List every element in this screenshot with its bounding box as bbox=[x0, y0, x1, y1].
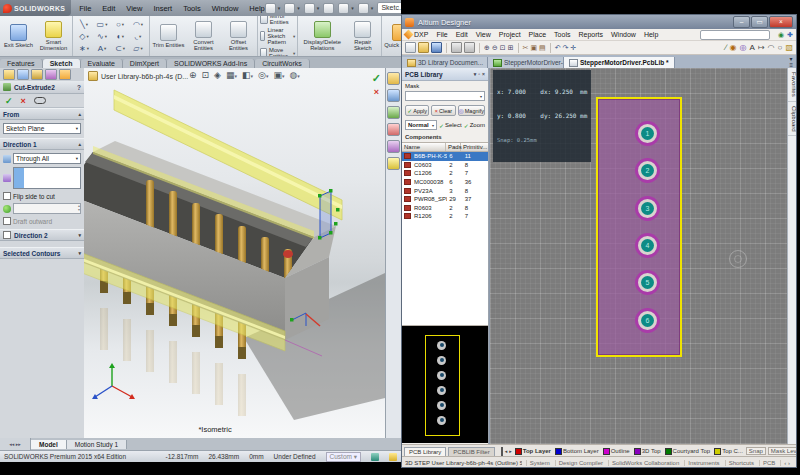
redo-icon[interactable]: ↷ bbox=[563, 44, 569, 52]
cancel-sketch-icon[interactable]: × bbox=[374, 87, 379, 97]
component-row[interactable]: B6B-PH-K-S 6 11 bbox=[402, 152, 488, 161]
resources-icon[interactable] bbox=[387, 72, 400, 85]
view-orientation-icon[interactable]: ◧▾ bbox=[242, 70, 253, 80]
doc-tab-3d-library[interactable]: 3D Library Documen... bbox=[402, 57, 488, 68]
tab-evaluate[interactable]: Evaluate bbox=[81, 59, 123, 68]
save-icon[interactable] bbox=[431, 42, 442, 53]
sw-search-input[interactable]: Sketc... bbox=[377, 2, 401, 14]
draft-outward-checkbox[interactable] bbox=[3, 217, 11, 225]
tab-solidworks-addins[interactable]: SOLIDWORKS Add-Ins bbox=[167, 59, 255, 68]
reverse-direction-icon[interactable] bbox=[3, 155, 11, 163]
circle-tool[interactable]: ○▾ bbox=[111, 18, 129, 30]
dimension-tool-icon[interactable]: ↦ bbox=[758, 43, 765, 52]
sw-menu-insert[interactable]: Insert bbox=[153, 4, 172, 13]
draft-icon[interactable] bbox=[3, 205, 11, 213]
mask-level-button[interactable]: Mask Level bbox=[768, 447, 796, 455]
sw-menu-file[interactable]: File bbox=[79, 4, 91, 13]
layer-courtyard-top[interactable]: Courtyard Top bbox=[664, 448, 712, 455]
component-row[interactable]: C1206 2 7 bbox=[402, 169, 488, 178]
appearances-icon[interactable] bbox=[387, 140, 400, 153]
convert-entities-button[interactable]: Convert Entities bbox=[187, 21, 220, 51]
restore-button[interactable]: ▭ bbox=[751, 16, 768, 28]
zoom-area-icon[interactable]: ⊡ bbox=[500, 44, 506, 52]
menu-place[interactable]: Place bbox=[529, 31, 547, 38]
pad[interactable]: 6 bbox=[635, 308, 660, 333]
pad[interactable]: 3 bbox=[635, 196, 660, 221]
clear-button[interactable]: ×Clear bbox=[431, 105, 455, 116]
direction2-checkbox[interactable] bbox=[3, 231, 11, 239]
sketch-edit-icon[interactable] bbox=[389, 453, 397, 461]
slot-tool[interactable]: ⊂▾ bbox=[111, 42, 129, 54]
menu-dxp[interactable]: DXP bbox=[405, 31, 428, 38]
shortcuts-button[interactable]: Shortcuts bbox=[725, 460, 757, 466]
doc-tab-pcblib[interactable]: StepperMotorDriver.PcbLib * bbox=[564, 57, 675, 68]
pcb-button[interactable]: PCB bbox=[759, 460, 778, 466]
design-library-icon[interactable] bbox=[387, 89, 400, 102]
direction-reference-box[interactable] bbox=[13, 167, 81, 189]
paste-icon[interactable]: ▤ bbox=[539, 44, 546, 52]
pm-tab-displaymanager[interactable] bbox=[59, 69, 71, 80]
layer-scroll-left[interactable]: ◂ bbox=[505, 448, 508, 454]
section-selected-contours[interactable]: Selected Contours ▾ bbox=[0, 247, 84, 259]
arc-tool-icon[interactable]: ◠ bbox=[768, 43, 775, 52]
zoom-fit-icon[interactable]: ⊞ bbox=[508, 44, 514, 52]
sw-menu-view[interactable]: View bbox=[126, 4, 142, 13]
preview-icon[interactable] bbox=[464, 42, 475, 53]
cancel-button[interactable]: × bbox=[21, 96, 26, 106]
from-plane-select[interactable]: Sketch Plane ▾ bbox=[3, 123, 81, 134]
col-name[interactable]: Name bbox=[402, 143, 446, 151]
component-row[interactable]: PWR08_SPL8 29 37 bbox=[402, 195, 488, 204]
polygon-tool[interactable]: ◇▾ bbox=[75, 30, 93, 42]
custom-properties-icon[interactable] bbox=[387, 157, 400, 170]
cross-select-icon[interactable]: ✛ bbox=[570, 44, 576, 52]
help-icon[interactable]: ? bbox=[77, 84, 81, 91]
spline-tool[interactable]: ∿▾ bbox=[93, 30, 111, 42]
component-row[interactable]: PV23A 3 8 bbox=[402, 186, 488, 195]
component-row[interactable]: C0603 2 8 bbox=[402, 161, 488, 170]
tab-sketch[interactable]: Sketch bbox=[43, 59, 81, 68]
doc-tab-pcbdoc[interactable]: StepperMotorDriver-Pcb... bbox=[488, 57, 564, 68]
open-icon[interactable] bbox=[418, 42, 429, 53]
menu-project[interactable]: Project bbox=[499, 31, 521, 38]
add-icon[interactable]: ✚ bbox=[787, 31, 793, 39]
new-doc-icon[interactable] bbox=[265, 3, 276, 14]
tab-features[interactable]: Features bbox=[0, 59, 43, 68]
view-palette-icon[interactable] bbox=[387, 123, 400, 136]
sw-menu-window[interactable]: Window bbox=[212, 4, 239, 13]
repair-sketch-button[interactable]: Repair Sketch bbox=[346, 21, 379, 51]
pm-tab-propertymanager[interactable] bbox=[17, 69, 29, 80]
panel-pin-icon[interactable]: ▫ bbox=[478, 71, 480, 77]
component-row[interactable]: R0603 2 8 bbox=[402, 204, 488, 213]
sw-menu-tools[interactable]: Tools bbox=[183, 4, 201, 13]
arc-tool[interactable]: ◠▾ bbox=[129, 18, 147, 30]
section-from[interactable]: From ▴ bbox=[0, 108, 84, 120]
move-entities-button[interactable]: Move Entities ▾ bbox=[260, 47, 295, 57]
col-pads[interactable]: Pads bbox=[446, 143, 461, 151]
pm-tab-dimxpertmanager[interactable] bbox=[45, 69, 57, 80]
pcb-canvas[interactable]: 1 2 3 4 5 6 x: 7.000 dx: 9.250 mm y: 0.8… bbox=[490, 68, 787, 444]
menu-window[interactable]: Window bbox=[611, 31, 636, 38]
sw-menu-help[interactable]: Help bbox=[249, 4, 264, 13]
mode-select[interactable]: Normal▾ bbox=[405, 120, 437, 130]
trim-entities-button[interactable]: Trim Entities bbox=[152, 24, 185, 48]
draft-angle-spinner[interactable]: ▴▾ bbox=[13, 203, 81, 214]
layer-bottom[interactable]: Bottom Layer bbox=[554, 448, 600, 455]
panel-close-icon[interactable]: × bbox=[482, 71, 485, 77]
tab-motion-study[interactable]: Motion Study 1 bbox=[67, 440, 127, 449]
tab-favorites[interactable]: Favorites bbox=[788, 68, 797, 102]
menu-help[interactable]: Help bbox=[644, 31, 658, 38]
undo-icon[interactable] bbox=[338, 3, 349, 14]
menu-file[interactable]: File bbox=[436, 31, 447, 38]
save-icon[interactable] bbox=[304, 3, 315, 14]
hide-show-icon[interactable]: ▣▾ bbox=[273, 70, 284, 80]
copy-icon[interactable]: ▣ bbox=[530, 44, 537, 52]
apply-button[interactable]: ✓Apply bbox=[405, 105, 429, 116]
display-delete-relations-button[interactable]: Display/Delete Relations bbox=[300, 21, 344, 51]
alt-search-input[interactable] bbox=[700, 30, 770, 40]
zoom-in-icon[interactable]: ⊕ bbox=[484, 44, 490, 52]
quick-snaps-button[interactable]: Quick Snaps bbox=[384, 24, 401, 48]
accept-sketch-icon[interactable]: ✓ bbox=[372, 72, 381, 85]
layer-scroll-right[interactable]: ▸ bbox=[509, 448, 512, 454]
zoom-area-icon[interactable]: ⊡ bbox=[202, 70, 210, 80]
pad[interactable]: 5 bbox=[635, 270, 660, 295]
